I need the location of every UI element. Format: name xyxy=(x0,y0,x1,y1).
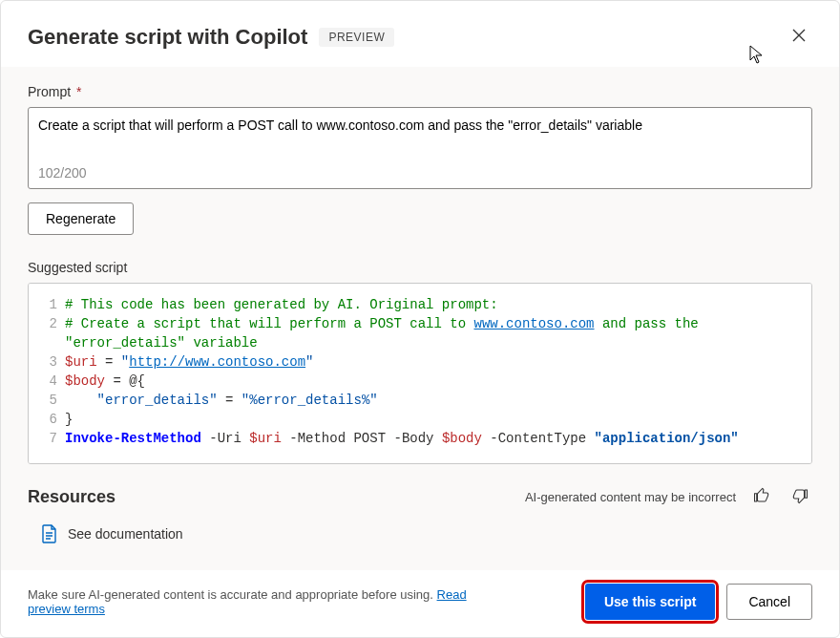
code-line: 4$body = @{ xyxy=(40,372,800,391)
code-text: Invoke-RestMethod -Uri $uri -Method POST… xyxy=(65,429,739,448)
suggested-script-label: Suggested script xyxy=(28,260,812,275)
see-documentation-link[interactable]: See documentation xyxy=(41,524,812,543)
line-number: 2 xyxy=(40,314,57,333)
line-number: 6 xyxy=(40,410,57,429)
resources-row: Resources AI-generated content may be in… xyxy=(28,483,812,511)
code-line: 7Invoke-RestMethod -Uri $uri -Method POS… xyxy=(40,429,800,448)
code-line: 5 "error_details" = "%error_details%" xyxy=(40,391,800,410)
panel-header: Generate script with Copilot PREVIEW xyxy=(1,1,839,67)
panel-title: Generate script with Copilot xyxy=(28,25,307,50)
copilot-panel: Generate script with Copilot PREVIEW Pro… xyxy=(0,0,840,638)
code-line: 6} xyxy=(40,410,800,429)
ai-disclaimer-inline: AI-generated content may be incorrect xyxy=(525,490,736,504)
code-text: $uri = "http://www.contoso.com" xyxy=(65,352,313,372)
code-text: $body = @{ xyxy=(65,372,145,391)
code-viewer[interactable]: 1# This code has been generated by AI. O… xyxy=(28,283,812,464)
thumbs-up-icon xyxy=(753,487,770,504)
close-icon xyxy=(791,28,807,43)
thumbs-up-button[interactable] xyxy=(749,483,774,511)
cancel-button[interactable]: Cancel xyxy=(726,584,812,620)
code-link[interactable]: www.contoso.com xyxy=(473,316,594,331)
footer-disclaimer: Make sure AI-generated content is accura… xyxy=(28,587,486,616)
code-line: 3$uri = "http://www.contoso.com" xyxy=(40,352,800,372)
code-line: 1# This code has been generated by AI. O… xyxy=(40,295,800,314)
thumbs-down-icon xyxy=(791,487,808,504)
code-text: # This code has been generated by AI. Or… xyxy=(65,295,498,314)
footer-buttons: Use this script Cancel xyxy=(585,584,812,620)
panel-footer: Make sure AI-generated content is accura… xyxy=(1,570,839,637)
line-number: 1 xyxy=(40,295,57,314)
prompt-input[interactable] xyxy=(38,117,802,165)
code-text: } xyxy=(65,410,73,429)
panel-body: Prompt * 102/200 Regenerate Suggested sc… xyxy=(1,67,839,570)
code-line: 2# Create a script that will perform a P… xyxy=(40,314,800,352)
code-text: "error_details" = "%error_details%" xyxy=(65,391,378,410)
line-number: 5 xyxy=(40,391,57,410)
see-documentation-text: See documentation xyxy=(68,526,183,542)
preview-badge: PREVIEW xyxy=(319,28,394,47)
resources-heading: Resources xyxy=(28,487,116,507)
line-number: 7 xyxy=(40,429,57,448)
regenerate-button[interactable]: Regenerate xyxy=(28,202,134,235)
close-button[interactable] xyxy=(786,22,812,52)
document-icon xyxy=(41,524,58,543)
line-number: 3 xyxy=(40,352,57,372)
prompt-label-text: Prompt xyxy=(28,84,71,99)
footer-disclaimer-text: Make sure AI-generated content is accura… xyxy=(28,587,437,602)
code-text: # Create a script that will perform a PO… xyxy=(65,314,800,352)
prompt-box[interactable]: 102/200 xyxy=(28,107,812,189)
thumbs-down-button[interactable] xyxy=(788,483,812,511)
code-link[interactable]: http://www.contoso.com xyxy=(129,354,305,370)
line-number: 4 xyxy=(40,372,57,391)
prompt-label: Prompt * xyxy=(28,84,812,99)
required-marker: * xyxy=(76,84,81,99)
use-this-script-button[interactable]: Use this script xyxy=(585,584,715,620)
char-counter: 102/200 xyxy=(38,165,802,181)
